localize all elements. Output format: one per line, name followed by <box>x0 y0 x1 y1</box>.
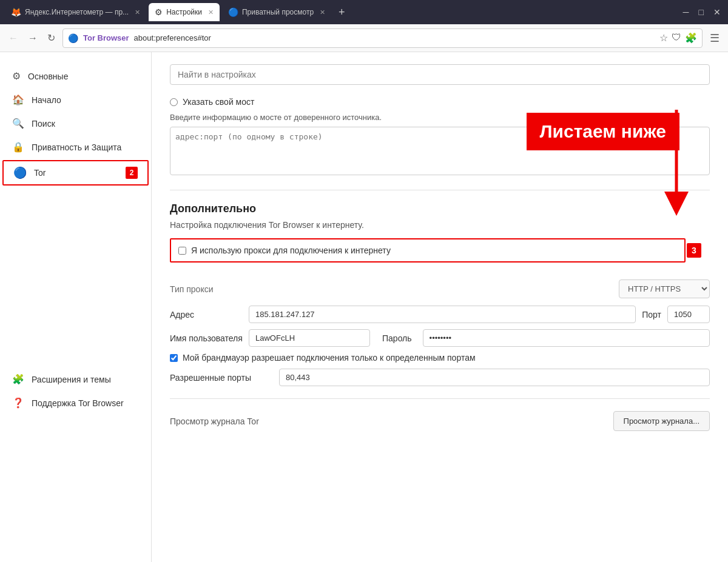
bridge-radio-option[interactable]: Указать свой мост <box>170 97 710 107</box>
sidebar-search-label: Поиск <box>32 119 55 129</box>
sidebar-item-general[interactable]: ⚙ Основные <box>0 64 151 88</box>
shield-icon[interactable]: 🛡 <box>672 32 681 44</box>
proxy-checkbox-label: Я использую прокси для подключения к инт… <box>191 246 391 255</box>
sidebar-item-tor[interactable]: 🔵 Tor 2 <box>2 160 149 186</box>
sidebar: ⚙ Основные 🏠 Начало 🔍 Поиск 🔒 Приватност… <box>0 52 152 562</box>
additional-desc: Настройка подключения Tor Browser к инте… <box>170 220 710 230</box>
bridge-radio-input[interactable] <box>170 98 178 106</box>
proxy-type-label: Тип прокси <box>170 284 619 294</box>
additional-section: Дополнительно Настройка подключения Tor … <box>170 202 710 431</box>
ports-input[interactable] <box>279 369 710 386</box>
private-tab-icon: 🔵 <box>228 7 238 17</box>
yandex-tab-label: Яндекс.Интернетометр — пр... <box>25 8 129 16</box>
user-pass-row: Имя пользователя Пароль <box>170 329 710 347</box>
sidebar-extensions-label: Расширения и темы <box>32 375 111 384</box>
settings-tab-close[interactable]: ✕ <box>208 8 214 16</box>
bridge-hint: Введите информацию о мосте от доверенног… <box>170 113 710 122</box>
search-settings <box>170 64 710 85</box>
search-settings-input[interactable] <box>170 64 710 85</box>
tor-icon: 🔵 <box>13 166 27 179</box>
sidebar-general-label: Основные <box>28 72 68 81</box>
proxy-checkbox[interactable] <box>178 247 186 255</box>
proxy-badge: 3 <box>687 243 701 258</box>
address-input[interactable] <box>249 306 636 323</box>
url-bar[interactable]: 🔵 Tor Browser about:preferences#tor ☆ 🛡 … <box>62 28 703 48</box>
general-icon: ⚙ <box>12 70 21 82</box>
window-controls: ─ □ ✕ <box>681 7 723 17</box>
tab-yandex[interactable]: 🦊 Яндекс.Интернетометр — пр... ✕ <box>5 3 146 21</box>
tab-settings[interactable]: ⚙ Настройки ✕ <box>149 3 220 21</box>
tor-badge: 2 <box>126 167 138 179</box>
sidebar-support-label: Поддержка Tor Browser <box>32 398 124 408</box>
url-text: about:preferences#tor <box>134 33 655 42</box>
minimize-button[interactable]: ─ <box>681 7 692 17</box>
ports-row: Разрешенные порты <box>170 369 710 386</box>
proxy-type-select[interactable]: HTTP / HTTPS <box>619 279 710 298</box>
search-icon: 🔍 <box>12 118 24 129</box>
firewall-checkbox[interactable] <box>170 354 178 362</box>
reload-button[interactable]: ↻ <box>45 30 58 46</box>
title-bar: 🦊 Яндекс.Интернетометр — пр... ✕ ⚙ Настр… <box>0 0 728 24</box>
address-label: Адрес <box>170 310 243 319</box>
tor-url-icon: 🔵 <box>68 33 78 43</box>
new-tab-button[interactable]: + <box>334 6 350 19</box>
settings-panel[interactable]: Указать свой мост Введите информацию о м… <box>152 52 728 562</box>
bridge-radio-label: Указать свой мост <box>183 97 254 107</box>
forward-button[interactable]: → <box>25 30 40 46</box>
sidebar-tor-label: Tor <box>34 168 46 178</box>
support-icon: ❓ <box>12 397 24 409</box>
yandex-tab-icon: 🦊 <box>11 7 21 17</box>
browser-window: 🦊 Яндекс.Интернетометр — пр... ✕ ⚙ Настр… <box>0 0 728 562</box>
proxy-checkbox-row: Я использую прокси для подключения к инт… <box>170 238 686 263</box>
extensions-sidebar-icon: 🧩 <box>12 373 24 385</box>
content-area: ⚙ Основные 🏠 Начало 🔍 Поиск 🔒 Приватност… <box>0 52 728 562</box>
proxy-type-row: Тип прокси HTTP / HTTPS <box>170 279 710 298</box>
lock-icon: 🔒 <box>12 141 24 153</box>
main-panel-container: Листаем ниже Указать свой мост <box>152 52 728 562</box>
password-label: Пароль <box>382 333 412 343</box>
sidebar-item-privacy[interactable]: 🔒 Приватность и Защита <box>0 135 151 159</box>
username-label: Имя пользователя <box>170 333 243 343</box>
firewall-label: Мой брандмауэр разрешает подключения тол… <box>183 353 476 363</box>
address-bar: ← → ↻ 🔵 Tor Browser about:preferences#to… <box>0 24 728 52</box>
address-row: Адрес Порт <box>170 306 710 323</box>
yandex-tab-close[interactable]: ✕ <box>135 8 140 16</box>
private-tab-close[interactable]: ✕ <box>320 8 325 16</box>
sidebar-privacy-label: Приватность и Защита <box>32 142 121 152</box>
maximize-button[interactable]: □ <box>696 7 706 17</box>
home-icon: 🏠 <box>12 94 24 105</box>
ports-label: Разрешенные порты <box>170 373 273 383</box>
bridge-textarea[interactable] <box>170 127 710 175</box>
log-button[interactable]: Просмотр журнала... <box>613 411 710 431</box>
url-actions: ☆ 🛡 🧩 <box>659 32 697 44</box>
url-brand-label: Tor Browser <box>83 33 129 42</box>
settings-tab-label: Настройки <box>166 8 202 16</box>
additional-title: Дополнительно <box>170 202 710 215</box>
port-label: Порт <box>642 310 661 319</box>
sidebar-item-search[interactable]: 🔍 Поиск <box>0 112 151 135</box>
sidebar-item-extensions[interactable]: 🧩 Расширения и темы <box>0 367 151 391</box>
private-tab-label: Приватный просмотр <box>242 8 314 16</box>
hamburger-menu-button[interactable]: ☰ <box>707 29 722 47</box>
extensions-icon[interactable]: 🧩 <box>685 32 697 44</box>
password-input[interactable] <box>423 329 710 347</box>
sidebar-home-label: Начало <box>32 95 61 105</box>
settings-tab-icon: ⚙ <box>155 7 163 17</box>
log-label: Просмотр журнала Tor <box>170 416 613 426</box>
username-input[interactable] <box>249 329 370 347</box>
sidebar-item-home[interactable]: 🏠 Начало <box>0 88 151 112</box>
port-input[interactable] <box>667 306 710 323</box>
close-button[interactable]: ✕ <box>711 7 723 17</box>
log-row: Просмотр журнала Tor Просмотр журнала... <box>170 398 710 431</box>
bridge-section: Указать свой мост Введите информацию о м… <box>170 97 710 190</box>
sidebar-item-support[interactable]: ❓ Поддержка Tor Browser <box>0 391 151 415</box>
tab-private[interactable]: 🔵 Приватный просмотр ✕ <box>222 3 331 21</box>
firewall-row: Мой брандмауэр разрешает подключения тол… <box>170 353 710 363</box>
back-button[interactable]: ← <box>6 30 21 46</box>
bookmark-icon[interactable]: ☆ <box>659 32 668 44</box>
